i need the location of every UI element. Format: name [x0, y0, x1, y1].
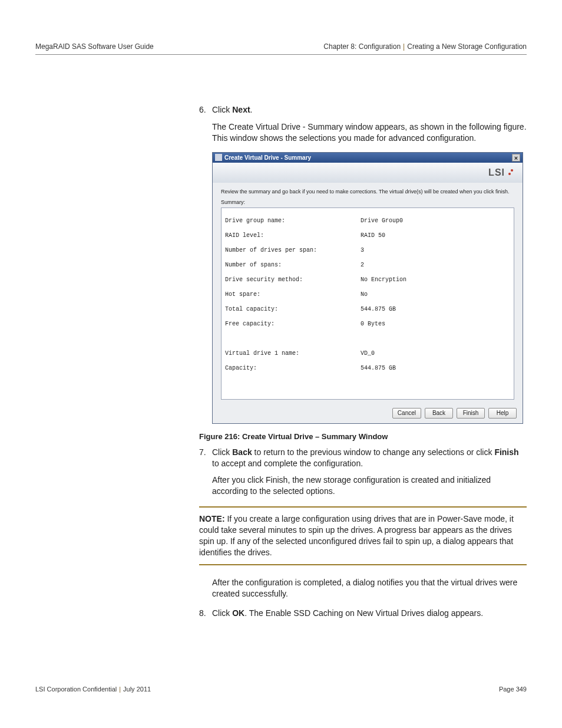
step-text: Click Back to return to the previous win…	[212, 447, 528, 469]
bold-text: Finish	[266, 475, 287, 485]
step-number: 7.	[199, 447, 212, 469]
summary-key: Total capacity:	[225, 306, 361, 314]
header-chapter: Chapter 8: Configuration	[323, 42, 401, 51]
summary-key: Drive security method:	[225, 276, 361, 284]
body-column: 6. Click Next. The Create Virtual Drive …	[199, 104, 528, 497]
finish-button[interactable]: Finish	[457, 408, 485, 419]
summary-key: Hot spare:	[225, 291, 361, 299]
dialog-body: Review the summary and go back if you ne…	[213, 183, 523, 403]
text: Click	[212, 447, 232, 457]
footer-date: July 2011	[123, 686, 151, 693]
dialog-titlebar: Create Virtual Drive - Summary ×	[213, 153, 523, 163]
summary-key: Capacity:	[225, 365, 361, 373]
step-6: 6. Click Next.	[199, 104, 528, 116]
dialog-tip: Review the summary and go back if you ne…	[221, 189, 514, 195]
summary-key: Number of drives per span:	[225, 247, 361, 255]
text: Click	[212, 105, 232, 114]
back-button[interactable]: Back	[425, 408, 453, 419]
summary-val: 544.875 GB	[361, 365, 396, 373]
lsi-logo: LSI	[488, 167, 517, 178]
separator-icon: |	[119, 686, 121, 693]
header-section: Creating a New Storage Configuration	[407, 42, 527, 51]
step-number: 8.	[199, 608, 212, 619]
header-right: Chapter 8: Configuration|Creating a New …	[323, 42, 527, 51]
after-note-paragraph: After the configuration is completed, a …	[212, 577, 527, 599]
summary-val: No	[361, 291, 368, 299]
bold-text: Next	[232, 105, 250, 114]
help-button[interactable]: Help	[488, 408, 517, 419]
close-icon[interactable]: ×	[512, 154, 520, 162]
text: After you click	[212, 475, 266, 485]
summary-label: Summary:	[221, 199, 514, 205]
summary-key: Free capacity:	[225, 321, 361, 328]
text: to accept and complete the configuration…	[212, 459, 363, 468]
summary-val: VD_0	[361, 350, 375, 358]
footer-right: Page 349	[499, 686, 527, 693]
text: .	[250, 105, 253, 114]
text: Click	[212, 608, 232, 618]
dialog-button-row: Cancel Back Finish Help	[213, 403, 523, 423]
separator-icon: |	[403, 42, 405, 51]
dialog-banner: LSI	[213, 163, 523, 183]
bold-text: Back	[232, 447, 252, 457]
dialog-screenshot: Create Virtual Drive - Summary × LSI Rev…	[212, 152, 523, 424]
page-footer: LSI Corporation Confidential|July 2011 P…	[35, 686, 527, 693]
step-6-paragraph: The Create Virtual Drive - Summary windo…	[212, 121, 528, 144]
figure-caption: Figure 216: Create Virtual Drive – Summa…	[199, 432, 528, 441]
summary-val: 544.875 GB	[361, 306, 396, 314]
summary-key: Number of spans:	[225, 262, 361, 269]
footer-confidential: LSI Corporation Confidential	[35, 686, 117, 693]
dialog-title: Create Virtual Drive - Summary	[224, 154, 512, 161]
note-text: If you create a large configuration usin…	[199, 514, 514, 557]
bold-text: OK	[232, 608, 244, 618]
cancel-button[interactable]: Cancel	[392, 408, 421, 419]
summary-val: 2	[361, 262, 364, 269]
note-block: NOTE: If you create a large configuratio…	[199, 506, 527, 565]
summary-val: 3	[361, 247, 364, 255]
page: MegaRAID SAS Software User Guide Chapter…	[0, 0, 562, 728]
brand-text: LSI	[488, 167, 505, 178]
step-7-paragraph: After you click Finish, the new storage …	[212, 475, 528, 497]
footer-left: LSI Corporation Confidential|July 2011	[35, 686, 151, 693]
page-header: MegaRAID SAS Software User Guide Chapter…	[35, 42, 527, 55]
summary-val: No Encryption	[361, 276, 406, 284]
note-label: NOTE:	[199, 514, 225, 523]
note-wrap: NOTE: If you create a large configuratio…	[199, 506, 527, 618]
summary-val: Drive Group0	[361, 218, 403, 225]
summary-val: RAID 50	[361, 232, 385, 240]
summary-key: Virtual drive 1 name:	[225, 350, 361, 358]
step-number: 6.	[199, 104, 212, 116]
summary-box: Drive group name:Drive Group0 RAID level…	[221, 207, 514, 400]
logo-dots-icon	[507, 168, 517, 177]
text: . The Enable SSD Caching on New Virtual …	[244, 608, 483, 618]
step-7: 7. Click Back to return to the previous …	[199, 447, 528, 469]
text: to return to the previous window to chan…	[252, 447, 495, 457]
summary-key: Drive group name:	[225, 218, 361, 225]
summary-key: RAID level:	[225, 232, 361, 240]
step-text: Click Next.	[212, 104, 528, 116]
bold-text: Finish	[494, 447, 518, 457]
header-left: MegaRAID SAS Software User Guide	[35, 42, 154, 51]
step-8: 8. Click OK. The Enable SSD Caching on N…	[199, 608, 527, 619]
summary-val: 0 Bytes	[361, 321, 385, 328]
step-text: Click OK. The Enable SSD Caching on New …	[212, 608, 527, 619]
window-icon	[215, 154, 222, 161]
